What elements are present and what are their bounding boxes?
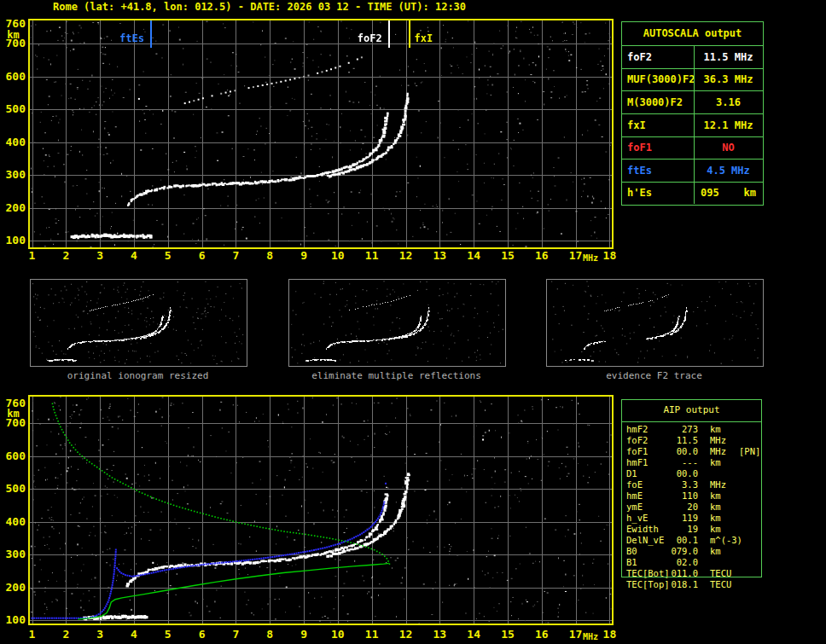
x-tick-label: 6 [194,629,211,640]
aip-row: D100.0 [621,468,762,479]
thumbnail-evidence-f2 [546,279,764,367]
x-tick-label: 9 [295,629,312,640]
aip-row: foF211.5MHz [621,435,762,446]
aip-value: 3.3 [621,479,698,490]
y-tick-label: 600 [0,450,26,461]
thumbnail-caption-eliminate: eliminate multiple reflections [288,370,504,381]
aip-row: foE3.3MHz [621,479,762,490]
aip-row: DelN_vE00.1m^(-3) [621,535,762,546]
aip-value: 19 [621,524,698,535]
x-tick-label: 12 [398,250,415,261]
x-tick-label: 15 [499,250,516,261]
aip-value: 018.1 [621,579,698,590]
x-tick-label: 10 [329,250,346,261]
autoscala-value: 3.16 [695,91,762,113]
y-tick-label: 760 [0,397,26,409]
autoscala-value: 36.3 MHz [695,69,762,90]
aip-unit: TECU [710,579,731,590]
x-tick-label: 5 [160,629,177,640]
x-tick-label: 11 [364,250,381,261]
x-tick-label: 5 [160,250,177,261]
x-tick-label: 11 [364,629,381,640]
aip-unit: km [710,457,721,468]
aip-note: [PN] [739,446,760,457]
y-tick-label: 300 [0,548,26,560]
aip-unit: km [710,490,721,502]
aip-value: 00.0 [621,468,698,479]
aip-row: ymE20km [621,502,762,513]
autoscala-label: h'Es [627,183,652,204]
aip-row: hmF2273km [621,424,762,435]
aip-row: hmF1---km [621,457,762,468]
thumbnail-eliminate-reflections [288,279,506,367]
aip-row: Ewidth19km [621,524,762,535]
aip-unit: km [710,546,721,557]
x-tick-label: 16 [533,629,550,640]
x-tick-label: 1 [24,250,41,261]
autoscala-row: M(3000)F23.16 [622,90,763,113]
y-tick-label: 200 [0,582,26,593]
x-tick-label: 17 [567,629,585,640]
x-tick-label: 14 [465,629,482,640]
x-tick-label: 4 [125,250,143,261]
autoscala-value: NO [695,137,762,159]
x-tick-label: 1 [24,629,41,640]
aip-value: 079.0 [621,546,698,557]
autoscala-value: 11.5 MHz [695,46,762,68]
aip-row: foF100.0MHz[PN] [621,446,762,457]
thumbnail-caption-original: original ionogram resized [30,370,246,381]
autoscala-value: 095 km [695,183,762,204]
y-tick-label: 100 [0,614,26,625]
app-title: Rome (lat: +41.8, lon: 012.5) - DATE: 20… [53,1,462,14]
aip-value: 00.1 [621,535,698,546]
y-tick-label: 200 [0,202,26,213]
autoscala-column-divider [694,45,695,204]
x-tick-label: 13 [431,629,448,640]
aip-value: 110 [621,490,698,502]
y-tick-label: 400 [0,516,26,527]
autoscala-row: foF211.5 MHz [622,45,763,68]
autoscala-label: fxI [627,114,646,136]
aip-header-divider [622,421,761,422]
x-tick-label: 16 [533,250,550,261]
autoscala-value: 4.5 MHz [695,160,762,182]
aip-header: AIP output [621,404,762,415]
aip-value: 011.0 [621,568,698,579]
autoscala-row: MUF(3000)F236.3 MHz [622,68,763,90]
aip-row: B102.0 [621,557,762,568]
x-tick-label: 15 [499,629,516,640]
autoscala-label: foF2 [627,46,652,68]
thumbnail-caption-evidence: evidence F2 trace [546,370,762,381]
thumbnail-evidence-canvas [547,280,761,364]
y-tick-label: 400 [0,136,26,148]
x-tick-label: 2 [57,250,74,261]
bottom-ionogram-plot [28,395,614,625]
autoscala-value: 12.1 MHz [695,114,762,136]
aip-row: TEC[Bot]011.0TECU [621,568,762,579]
x-tick-label: 17 [567,250,585,261]
aip-value: 02.0 [621,557,698,568]
autoscala-header: AUTOSCALA output [622,22,763,45]
thumbnail-eliminate-canvas [289,280,503,364]
x-tick-label: 2 [57,629,74,640]
aip-unit: m^(-3) [710,535,742,546]
x-tick-label: 7 [227,250,244,261]
y-tick-label: 600 [0,71,26,82]
x-tick-label: 3 [91,629,108,640]
aip-row: TEC[Top]018.1TECU [621,579,762,590]
x-tick-label: 7 [227,629,244,640]
bottom-ionogram-canvas [28,395,614,625]
y-tick-label: 500 [0,483,26,494]
marker-label-fxi: fxI [415,33,451,44]
aip-unit: MHz [710,435,726,446]
aip-value: 273 [621,424,698,435]
x-tick-label: 8 [261,250,278,261]
aip-row: hmE110km [621,490,762,502]
top-ionogram-plot [28,19,614,249]
marker-label-fof2: foF2 [340,33,382,44]
y-tick-label: 500 [0,103,26,114]
autoscala-row: ftEs4.5 MHz [622,159,763,182]
aip-unit: km [710,513,721,524]
x-tick-label: 3 [91,250,108,261]
x-tick-label: 10 [329,629,346,640]
